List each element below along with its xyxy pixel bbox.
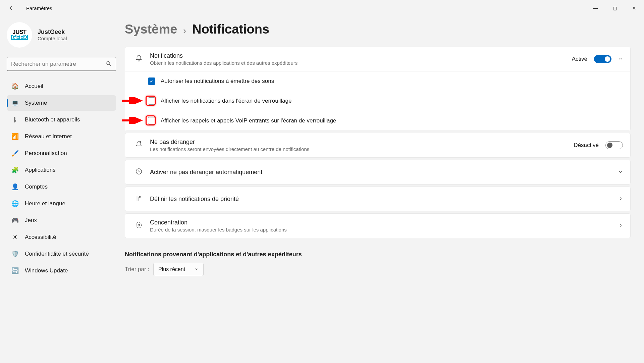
nav-label: Confidentialité et sécurité: [25, 251, 89, 257]
dnd-toggle[interactable]: [605, 141, 623, 149]
sidebar-item-network[interactable]: 📶Réseau et Internet: [7, 129, 116, 144]
toggle-label: Désactivé: [574, 142, 599, 149]
sidebar-item-privacy-icon: 🛡️: [11, 250, 19, 258]
card-sub: Durée de la session, masquer les badges …: [150, 227, 618, 232]
nav-label: Personnalisation: [25, 150, 67, 157]
nav-label: Système: [25, 100, 47, 106]
profile-name: JustGeek: [38, 29, 67, 36]
sidebar-item-bluetooth-icon: ᛒ: [11, 116, 19, 123]
focus-icon: [134, 221, 144, 230]
check-row-voip[interactable]: Afficher les rappels et appels VoIP entr…: [125, 111, 630, 131]
nav-label: Applications: [25, 167, 56, 173]
chevron-right-icon: [618, 196, 623, 202]
card-title: Définir les notifications de priorité: [150, 196, 618, 203]
chevron-down-icon: [195, 267, 199, 272]
sidebar-item-accounts-icon: 👤: [11, 183, 19, 191]
card-title: Ne pas déranger: [150, 139, 574, 146]
checkbox-sound[interactable]: ✓: [148, 77, 155, 85]
nav-label: Accueil: [25, 83, 43, 90]
apps-section-heading: Notifications provenant d'applications e…: [125, 251, 631, 258]
svg-point-9: [136, 222, 142, 228]
dnd-card[interactable]: z Ne pas déranger Les notifications sero…: [125, 133, 631, 158]
focus-card[interactable]: Concentration Durée de la session, masqu…: [125, 213, 631, 238]
sidebar-item-accounts[interactable]: 👤Comptes: [7, 179, 116, 195]
check-label: Afficher les notifications dans l'écran …: [161, 98, 291, 104]
sidebar-item-personalization-icon: 🖌️: [11, 150, 19, 157]
sidebar-item-update-icon: 🔄: [11, 267, 19, 274]
check-label: Autoriser les notifications à émettre de…: [161, 78, 274, 85]
priority-card[interactable]: Définir les notifications de priorité: [125, 187, 631, 211]
sidebar-item-system-icon: 💻: [11, 99, 19, 107]
sidebar-item-apps[interactable]: 🧩Applications: [7, 162, 116, 178]
sidebar-item-gaming[interactable]: 🎮Jeux: [7, 213, 116, 228]
back-button[interactable]: [6, 3, 17, 13]
nav-label: Réseau et Internet: [25, 133, 72, 140]
search-icon: [106, 61, 111, 67]
minimize-button[interactable]: —: [586, 1, 605, 15]
chevron-right-icon: ›: [183, 25, 186, 36]
nav-label: Heure et langue: [25, 200, 65, 207]
sidebar-item-privacy[interactable]: 🛡️Confidentialité et sécurité: [7, 246, 116, 262]
sidebar-item-accessibility[interactable]: ☀Accessibilité: [7, 229, 116, 245]
checkbox-voip[interactable]: [148, 117, 155, 124]
sidebar: JUST GEEK JustGeek Compte local 🏠Accueil…: [0, 16, 120, 363]
app-title: Paramètres: [26, 5, 52, 11]
svg-line-1: [109, 64, 111, 66]
notifications-group: Notifications Obtenir les notifications …: [125, 47, 631, 131]
svg-point-8: [139, 196, 141, 198]
nav-label: Windows Update: [25, 267, 68, 274]
sidebar-item-system[interactable]: 💻Système: [7, 95, 116, 111]
sidebar-item-gaming-icon: 🎮: [11, 217, 19, 224]
bell-icon: [134, 55, 144, 64]
nav-label: Jeux: [25, 217, 37, 224]
breadcrumb: Système › Notifications: [125, 22, 631, 37]
nav-label: Comptes: [25, 184, 48, 190]
sidebar-item-bluetooth[interactable]: ᛒBluetooth et appareils: [7, 112, 116, 127]
svg-text:z: z: [140, 141, 141, 143]
sidebar-item-update[interactable]: 🔄Windows Update: [7, 263, 116, 278]
sort-row: Trier par : Plus récent: [125, 263, 631, 276]
card-sub: Obtenir les notifications des applicatio…: [150, 60, 572, 66]
check-row-lockscreen[interactable]: Afficher les notifications dans l'écran …: [125, 91, 630, 111]
svg-point-0: [107, 62, 110, 65]
notifications-toggle[interactable]: [594, 55, 611, 63]
search-input[interactable]: [7, 57, 116, 71]
sort-value: Plus récent: [158, 266, 185, 272]
notifications-card[interactable]: Notifications Obtenir les notifications …: [125, 47, 630, 71]
sidebar-item-time-language[interactable]: 🌐Heure et langue: [7, 196, 116, 211]
card-sub: Les notifications seront envoyées direct…: [150, 146, 574, 152]
close-button[interactable]: ✕: [625, 1, 644, 15]
titlebar: Paramètres — ▢ ✕: [0, 0, 644, 16]
chevron-right-icon: [618, 223, 623, 229]
sidebar-item-home[interactable]: 🏠Accueil: [7, 79, 116, 94]
profile-sub: Compte local: [38, 36, 67, 41]
nav-label: Accessibilité: [25, 234, 56, 241]
window-controls: — ▢ ✕: [586, 1, 644, 15]
check-row-sound[interactable]: ✓ Autoriser les notifications à émettre …: [125, 71, 630, 91]
card-title: Notifications: [150, 52, 572, 59]
sidebar-item-accessibility-icon: ☀: [11, 234, 19, 241]
sort-label: Trier par :: [125, 266, 149, 273]
avatar: JUST GEEK: [7, 22, 32, 48]
chevron-down-icon: [618, 169, 623, 175]
sidebar-item-network-icon: 📶: [11, 133, 19, 140]
search-box[interactable]: [7, 57, 116, 71]
clock-icon: [134, 168, 144, 177]
dnd-icon: z: [134, 141, 144, 150]
sort-dropdown[interactable]: Plus récent: [153, 263, 204, 276]
nav-label: Bluetooth et appareils: [25, 116, 80, 123]
profile[interactable]: JUST GEEK JustGeek Compte local: [7, 22, 116, 48]
chevron-up-icon[interactable]: [618, 56, 623, 62]
priority-icon: [134, 195, 144, 204]
nav: 🏠Accueil💻SystèmeᛒBluetooth et appareils📶…: [7, 79, 116, 278]
checkbox-lockscreen[interactable]: [148, 97, 155, 105]
breadcrumb-parent[interactable]: Système: [125, 22, 177, 37]
check-label: Afficher les rappels et appels VoIP entr…: [161, 117, 336, 124]
breadcrumb-current: Notifications: [192, 22, 269, 37]
auto-dnd-card[interactable]: Activer ne pas déranger automatiquement: [125, 160, 631, 185]
card-title: Concentration: [150, 219, 618, 226]
sidebar-item-personalization[interactable]: 🖌️Personnalisation: [7, 146, 116, 161]
sidebar-item-apps-icon: 🧩: [11, 166, 19, 174]
maximize-button[interactable]: ▢: [605, 1, 625, 15]
toggle-label: Activé: [572, 56, 587, 62]
